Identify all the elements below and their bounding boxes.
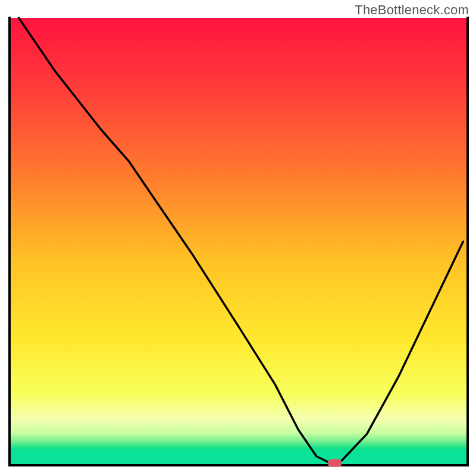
watermark-text: TheBottleneck.com [355, 2, 469, 18]
chart-container: TheBottleneck.com [0, 0, 476, 476]
plot-background [11, 18, 466, 464]
chart-plot [0, 0, 476, 476]
optimal-marker [328, 459, 342, 467]
